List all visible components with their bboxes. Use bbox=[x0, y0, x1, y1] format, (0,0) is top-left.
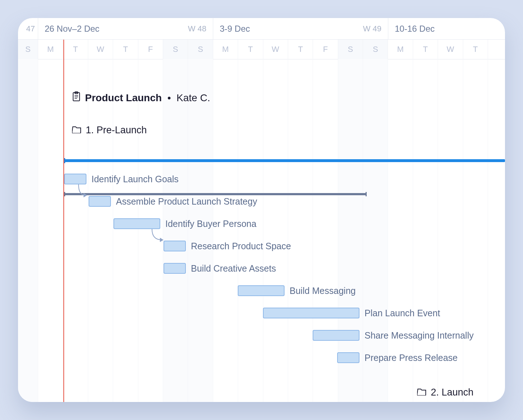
task-label: Identify Buyer Persona bbox=[165, 219, 256, 229]
timeline-header: 47 26 Nov–2 Dec W 48 3-9 Dec W 49 10-16 … bbox=[18, 18, 505, 59]
week-label: 26 Nov–2 Dec bbox=[45, 24, 99, 34]
task-label: Prepare Press Release bbox=[365, 353, 457, 363]
day-cell: M bbox=[213, 40, 238, 59]
day-cell: T bbox=[113, 40, 138, 59]
task-label: Assemble Product Launch Strategy bbox=[116, 196, 257, 207]
task-prepare-press-release[interactable]: Prepare Press Release bbox=[337, 352, 457, 364]
task-label: Share Messaging Internally bbox=[365, 330, 474, 341]
day-cell: S bbox=[338, 40, 363, 59]
week-number: 47 bbox=[26, 24, 35, 33]
task-bar[interactable] bbox=[89, 196, 111, 207]
week-cell-50[interactable]: 10-16 Dec bbox=[388, 18, 505, 39]
task-bar[interactable] bbox=[263, 308, 359, 318]
week-label: 3-9 Dec bbox=[220, 24, 250, 34]
task-research-product-space[interactable]: Research Product Space bbox=[164, 240, 291, 252]
task-bar[interactable] bbox=[113, 218, 160, 229]
today-marker bbox=[63, 40, 64, 402]
task-label: Plan Launch Event bbox=[365, 308, 440, 318]
day-cell: T bbox=[238, 40, 263, 59]
week-cell-49[interactable]: 3-9 Dec W 49 bbox=[213, 18, 388, 39]
task-bar[interactable] bbox=[238, 285, 285, 296]
week-header-row: 47 26 Nov–2 Dec W 48 3-9 Dec W 49 10-16 … bbox=[18, 18, 505, 40]
task-assemble-strategy[interactable]: Assemble Product Launch Strategy bbox=[89, 195, 257, 207]
day-cell: W bbox=[88, 40, 113, 59]
folder-pre-launch[interactable]: 1. Pre-Launch bbox=[72, 125, 505, 136]
task-identify-buyer-persona[interactable]: Identify Buyer Persona bbox=[113, 218, 256, 230]
day-header-row: S M T W T F S S M T W T F S S M T W T bbox=[18, 40, 505, 59]
project-header[interactable]: Product Launch • Kate C. bbox=[72, 91, 505, 110]
task-bar[interactable] bbox=[164, 263, 186, 274]
week-number: W 49 bbox=[363, 24, 381, 33]
clipboard-icon bbox=[72, 91, 81, 104]
project-summary-bar[interactable] bbox=[64, 159, 505, 164]
task-build-messaging[interactable]: Build Messaging bbox=[238, 285, 356, 297]
week-number: W 48 bbox=[188, 24, 206, 33]
day-cell: W bbox=[438, 40, 463, 59]
day-cell: M bbox=[388, 40, 413, 59]
dependency-arrow bbox=[148, 229, 166, 246]
task-label: Build Creative Assets bbox=[191, 263, 276, 274]
project-title: Product Launch bbox=[85, 92, 162, 103]
folder-title: 2. Launch bbox=[431, 387, 474, 398]
gantt-view: 47 26 Nov–2 Dec W 48 3-9 Dec W 49 10-16 … bbox=[18, 18, 505, 402]
task-label: Build Messaging bbox=[290, 286, 356, 296]
folder-icon bbox=[72, 125, 81, 136]
day-cell: T bbox=[63, 40, 88, 59]
project-owner: Kate C. bbox=[176, 92, 210, 103]
week-cell-47[interactable]: 47 bbox=[18, 18, 38, 39]
day-cell: T bbox=[288, 40, 313, 59]
task-label: Identify Launch Goals bbox=[91, 174, 179, 184]
week-cell-48[interactable]: 26 Nov–2 Dec W 48 bbox=[38, 18, 213, 39]
task-label: Research Product Space bbox=[191, 241, 291, 251]
folder-title: 1. Pre-Launch bbox=[86, 125, 147, 136]
folder-launch[interactable]: 2. Launch bbox=[417, 387, 474, 398]
day-cell: S bbox=[188, 40, 213, 59]
day-cell: T bbox=[463, 40, 488, 59]
task-bar[interactable] bbox=[337, 352, 359, 363]
day-cell: S bbox=[163, 40, 188, 59]
day-cell: W bbox=[263, 40, 288, 59]
day-cell: F bbox=[313, 40, 338, 59]
day-cell: S bbox=[363, 40, 388, 59]
day-cell: T bbox=[413, 40, 438, 59]
day-cell: M bbox=[38, 40, 63, 59]
task-identify-launch-goals[interactable]: Identify Launch Goals bbox=[64, 173, 179, 185]
week-label: 10-16 Dec bbox=[395, 24, 435, 34]
task-bar[interactable] bbox=[313, 330, 359, 341]
task-bar[interactable] bbox=[164, 241, 186, 251]
task-bar[interactable] bbox=[64, 174, 86, 184]
day-cell: S bbox=[18, 40, 38, 59]
task-plan-launch-event[interactable]: Plan Launch Event bbox=[263, 307, 440, 319]
task-build-creative-assets[interactable]: Build Creative Assets bbox=[164, 262, 276, 274]
task-share-messaging-internally[interactable]: Share Messaging Internally bbox=[313, 329, 474, 341]
folder-icon bbox=[417, 387, 426, 398]
gantt-content[interactable]: Product Launch • Kate C. 1. Pre-Launch I… bbox=[18, 59, 505, 402]
dependency-arrow bbox=[75, 184, 89, 202]
day-cell: F bbox=[138, 40, 163, 59]
